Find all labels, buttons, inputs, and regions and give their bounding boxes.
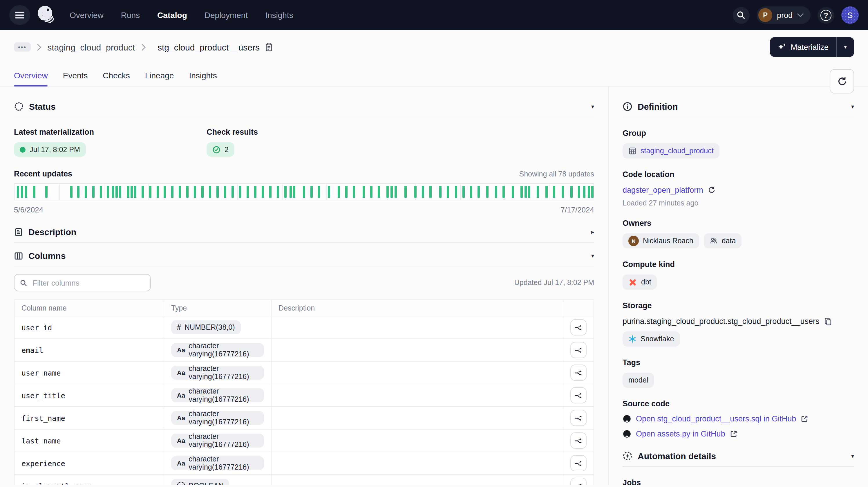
- update-bar[interactable]: [328, 186, 330, 198]
- update-bar[interactable]: [112, 186, 114, 198]
- copy-asset-name-icon[interactable]: [265, 42, 274, 52]
- storage-engine-tag[interactable]: Snowflake: [623, 331, 680, 346]
- update-bar[interactable]: [85, 186, 87, 198]
- update-bar[interactable]: [293, 186, 295, 198]
- update-bar[interactable]: [525, 186, 527, 198]
- update-bar[interactable]: [470, 186, 473, 198]
- update-bar[interactable]: [363, 186, 365, 198]
- update-bar[interactable]: [377, 186, 380, 198]
- description-expand-icon[interactable]: ▸: [591, 229, 594, 235]
- column-lineage-button[interactable]: [570, 342, 587, 358]
- update-bar[interactable]: [119, 186, 121, 198]
- update-bar[interactable]: [318, 186, 320, 198]
- update-bar[interactable]: [45, 186, 48, 198]
- update-bar[interactable]: [284, 186, 287, 198]
- update-bar[interactable]: [217, 186, 219, 198]
- column-lineage-button[interactable]: [570, 410, 587, 426]
- search-icon[interactable]: [733, 7, 750, 24]
- help-icon[interactable]: ?: [817, 7, 834, 24]
- update-bar[interactable]: [115, 186, 118, 198]
- tab-insights[interactable]: Insights: [189, 65, 217, 86]
- tab-checks[interactable]: Checks: [103, 65, 130, 86]
- update-bar[interactable]: [512, 186, 514, 198]
- source-link-sql[interactable]: Open stg_cloud_product__users.sql in Git…: [636, 415, 796, 423]
- nav-item-insights[interactable]: Insights: [265, 10, 293, 20]
- update-bar[interactable]: [338, 186, 340, 198]
- update-bar[interactable]: [353, 186, 355, 198]
- filter-columns-field[interactable]: [14, 274, 151, 292]
- update-bar[interactable]: [134, 186, 136, 198]
- update-bar[interactable]: [25, 186, 27, 198]
- materialize-button[interactable]: Materialize: [770, 43, 836, 51]
- update-bar[interactable]: [439, 186, 441, 198]
- update-bar[interactable]: [570, 186, 573, 198]
- menu-icon[interactable]: [9, 5, 30, 25]
- update-bar[interactable]: [149, 186, 151, 198]
- update-bar[interactable]: [422, 186, 424, 198]
- automation-collapse-icon[interactable]: ▾: [851, 453, 854, 459]
- update-bar[interactable]: [394, 186, 397, 198]
- updates-strip[interactable]: [14, 183, 594, 200]
- update-bar[interactable]: [70, 186, 72, 198]
- update-bar[interactable]: [404, 186, 406, 198]
- update-bar[interactable]: [106, 186, 109, 198]
- update-bar[interactable]: [455, 186, 458, 198]
- materialize-options-button[interactable]: ▾: [836, 37, 854, 57]
- column-lineage-button[interactable]: [570, 387, 587, 403]
- update-bar[interactable]: [386, 186, 389, 198]
- nav-item-overview[interactable]: Overview: [70, 10, 103, 20]
- update-bar[interactable]: [289, 186, 292, 198]
- tag-model[interactable]: model: [623, 373, 654, 388]
- tab-events[interactable]: Events: [63, 65, 88, 86]
- update-bar[interactable]: [156, 186, 159, 198]
- update-bar[interactable]: [503, 186, 505, 198]
- update-bar[interactable]: [487, 186, 489, 198]
- update-bar[interactable]: [345, 186, 347, 198]
- copy-icon[interactable]: [824, 317, 832, 325]
- update-bar[interactable]: [370, 186, 372, 198]
- update-bar[interactable]: [537, 186, 539, 198]
- update-bar[interactable]: [578, 186, 580, 198]
- column-lineage-button[interactable]: [570, 432, 587, 449]
- update-bar[interactable]: [583, 186, 585, 198]
- update-bar[interactable]: [224, 186, 226, 198]
- nav-item-runs[interactable]: Runs: [121, 10, 140, 20]
- code-location-link[interactable]: dagster_open_platform: [623, 186, 703, 194]
- source-link-assets[interactable]: Open assets.py in GitHub: [636, 429, 725, 438]
- compute-kind-tag[interactable]: dbt: [623, 275, 657, 290]
- update-bar[interactable]: [77, 186, 80, 198]
- update-bar[interactable]: [446, 186, 449, 198]
- column-lineage-button[interactable]: [570, 478, 587, 485]
- update-bar[interactable]: [99, 186, 102, 198]
- update-bar[interactable]: [130, 186, 132, 198]
- update-bar[interactable]: [478, 186, 480, 198]
- update-bar[interactable]: [17, 186, 19, 198]
- update-bar[interactable]: [521, 186, 523, 198]
- update-bar[interactable]: [194, 186, 196, 198]
- update-bar[interactable]: [546, 186, 548, 198]
- deployment-switcher[interactable]: P prod: [756, 6, 811, 24]
- update-bar[interactable]: [127, 186, 129, 198]
- reload-code-location-icon[interactable]: [708, 186, 715, 194]
- update-bar[interactable]: [414, 186, 416, 198]
- update-bar[interactable]: [429, 186, 431, 198]
- update-bar[interactable]: [232, 186, 234, 198]
- update-bar[interactable]: [262, 186, 264, 198]
- update-bar[interactable]: [591, 186, 594, 198]
- update-bar[interactable]: [187, 186, 189, 198]
- update-bar[interactable]: [277, 186, 279, 198]
- column-lineage-button[interactable]: [570, 455, 587, 471]
- nav-item-catalog[interactable]: Catalog: [157, 10, 187, 20]
- owner-tag-user[interactable]: N Nicklaus Roach: [623, 233, 699, 248]
- update-bar[interactable]: [310, 186, 313, 198]
- user-avatar[interactable]: S: [841, 6, 859, 24]
- latest-materialization-badge[interactable]: Jul 17, 8:02 PM: [14, 142, 86, 157]
- breadcrumb-group-link[interactable]: staging_cloud_product: [47, 42, 135, 52]
- update-bar[interactable]: [172, 186, 174, 198]
- update-bar[interactable]: [562, 186, 564, 198]
- column-lineage-button[interactable]: [570, 365, 587, 381]
- update-bar[interactable]: [164, 186, 166, 198]
- update-bar[interactable]: [463, 186, 465, 198]
- update-bar[interactable]: [553, 186, 555, 198]
- refresh-button[interactable]: [830, 69, 854, 93]
